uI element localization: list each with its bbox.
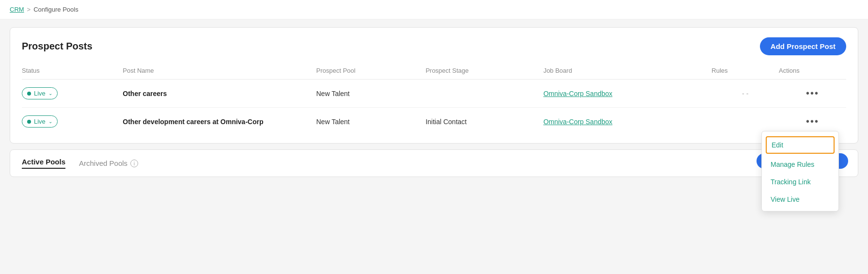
row1-jobboard-cell: Omniva-Corp Sandbox — [543, 80, 711, 108]
col-header-status: Status — [22, 63, 123, 80]
row1-rules: - - — [742, 90, 748, 97]
dropdown-edit-item[interactable]: Edit — [766, 136, 835, 154]
row1-pool: New Talent — [316, 90, 349, 97]
col-header-prospect-pool: Prospect Pool — [316, 63, 426, 80]
pools-card: Active Pools Archived Pools i Create a P… — [10, 149, 858, 177]
row1-rules-cell: - - — [711, 80, 779, 108]
row2-stage-cell: Initial Contact — [426, 108, 543, 136]
actions-dropdown-menu: Edit Manage Rules Tracking Link View Liv… — [761, 131, 839, 185]
row1-stage-cell — [426, 80, 543, 108]
tab-active-pools[interactable]: Active Pools — [22, 158, 65, 169]
row1-post-name: Other careers — [123, 90, 167, 97]
row1-post-name-cell: Other careers — [123, 80, 316, 108]
row1-status-label: Live — [34, 90, 46, 97]
row2-status-cell: Live ⌄ — [22, 108, 123, 136]
card-title: Prospect Posts — [22, 41, 93, 52]
col-header-prospect-stage: Prospect Stage — [426, 63, 543, 80]
row1-status-dot — [27, 92, 31, 96]
row1-pool-cell: New Talent — [316, 80, 426, 108]
breadcrumb: CRM > Configure Pools — [0, 0, 868, 19]
col-header-actions: Actions — [779, 63, 846, 80]
card-header: Prospect Posts Add Prospect Post — [10, 28, 858, 63]
table-container: Status Post Name Prospect Pool Prospect … — [10, 63, 858, 143]
tab-archived-pools[interactable]: Archived Pools i — [79, 159, 138, 167]
table-row: Live ⌄ Other careers New Talent — [22, 80, 846, 108]
col-header-rules: Rules — [711, 63, 779, 80]
row1-chevron-icon: ⌄ — [48, 91, 52, 96]
row2-status-dot — [27, 120, 31, 124]
dropdown-manage-rules-item[interactable]: Manage Rules — [762, 156, 838, 173]
row2-stage: Initial Contact — [426, 118, 467, 126]
row1-job-board-link[interactable]: Omniva-Corp Sandbox — [543, 90, 612, 97]
row2-status-badge[interactable]: Live ⌄ — [22, 115, 58, 128]
dropdown-tracking-link-item[interactable]: Tracking Link — [762, 173, 838, 185]
row2-actions-menu-button[interactable]: ••• — [779, 116, 846, 127]
row1-actions-cell: ••• — [779, 80, 846, 108]
archived-pools-label: Archived Pools — [79, 159, 127, 167]
row2-jobboard-cell: Omniva-Corp Sandbox — [543, 108, 711, 136]
row2-job-board-link[interactable]: Omniva-Corp Sandbox — [543, 118, 612, 126]
col-header-job-board: Job Board — [543, 63, 711, 80]
row2-pool-cell: New Talent — [316, 108, 426, 136]
row1-status-badge[interactable]: Live ⌄ — [22, 87, 58, 99]
row2-post-name-cell: Other development careers at Omniva-Corp — [123, 108, 316, 136]
breadcrumb-separator: > — [27, 6, 31, 13]
archived-info-icon[interactable]: i — [130, 160, 138, 167]
row2-post-name: Other development careers at Omniva-Corp — [123, 118, 263, 126]
row2-status-label: Live — [34, 118, 46, 125]
row1-actions-menu-button[interactable]: ••• — [779, 88, 846, 99]
col-header-post-name: Post Name — [123, 63, 316, 80]
breadcrumb-crm-link[interactable]: CRM — [10, 6, 24, 13]
row2-chevron-icon: ⌄ — [48, 119, 52, 124]
breadcrumb-current: Configure Pools — [33, 6, 79, 13]
add-prospect-post-button[interactable]: Add Prospect Post — [760, 37, 846, 55]
table-row: Live ⌄ Other development careers at Omni… — [22, 108, 846, 136]
row1-status-cell: Live ⌄ — [22, 80, 123, 108]
prospect-posts-card: Prospect Posts Add Prospect Post Status … — [10, 27, 858, 144]
row2-pool: New Talent — [316, 118, 349, 126]
prospect-posts-table: Status Post Name Prospect Pool Prospect … — [22, 63, 846, 135]
